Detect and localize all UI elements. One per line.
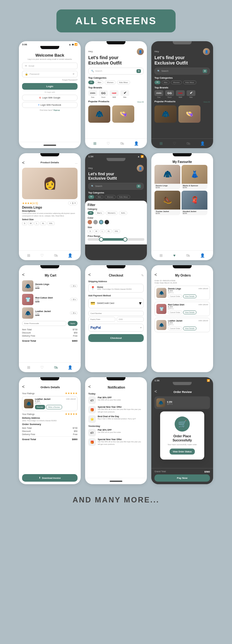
checkout-button[interactable]: Checkout bbox=[88, 334, 144, 342]
product-card-2[interactable]: 👒 bbox=[112, 105, 134, 123]
cvv-input[interactable] bbox=[117, 317, 144, 322]
search-bar-filter[interactable]: 🔍 Search ⚙ bbox=[88, 183, 144, 190]
email-input[interactable]: ✉ Email bbox=[22, 63, 78, 69]
chip-all[interactable]: All bbox=[88, 81, 94, 84]
filter-icon-dark[interactable]: ⚙ bbox=[203, 69, 207, 73]
product-card-1[interactable]: 🧥 bbox=[88, 105, 110, 123]
home-nav-icon[interactable]: ⊞ bbox=[93, 141, 96, 146]
plus-2[interactable]: + bbox=[75, 299, 76, 300]
expiry-input[interactable] bbox=[88, 317, 115, 322]
minus-2[interactable]: − bbox=[72, 299, 73, 300]
review-back[interactable]: < bbox=[154, 389, 157, 394]
apply-button[interactable]: Apply bbox=[68, 321, 78, 326]
chip-men-dark[interactable]: Men bbox=[162, 81, 170, 84]
price-range-slider[interactable] bbox=[88, 238, 144, 241]
home-nav-icon[interactable]: ⊞ bbox=[27, 253, 30, 258]
od-back[interactable]: < bbox=[22, 384, 25, 389]
view-details-2[interactable]: View Details bbox=[183, 311, 196, 314]
size-m[interactable]: M bbox=[28, 221, 33, 225]
filter-chip-womens[interactable]: Women's bbox=[106, 211, 118, 215]
size-m-f[interactable]: M bbox=[94, 229, 99, 233]
size-xxl[interactable]: XXL bbox=[47, 221, 55, 225]
home-nav[interactable]: ⊞ bbox=[27, 365, 30, 370]
back-button[interactable]: < bbox=[22, 160, 25, 165]
plus-1[interactable]: + bbox=[75, 285, 76, 287]
profile-nav[interactable]: 👤 bbox=[68, 365, 72, 370]
qty-ctrl-3[interactable]: − 3 + bbox=[70, 311, 78, 315]
size-s-f[interactable]: S bbox=[88, 229, 93, 233]
login-button[interactable]: Login bbox=[22, 83, 78, 90]
qty-ctrl-1[interactable]: − 3 + bbox=[70, 284, 78, 288]
color-blue[interactable] bbox=[99, 220, 103, 224]
coupon-input[interactable] bbox=[22, 321, 67, 326]
minus-1[interactable]: − bbox=[72, 285, 73, 287]
size-xxl-f[interactable]: XXL bbox=[113, 229, 120, 233]
search-bar-dark[interactable]: 🔍 Search ⚙ bbox=[154, 68, 210, 75]
password-input[interactable]: 🔒 Password 👁 bbox=[22, 71, 78, 77]
filter-icon[interactable]: ⚙ bbox=[136, 69, 141, 73]
forgot-password-link[interactable]: Forgot Password? bbox=[22, 79, 78, 81]
cart-nav[interactable]: 🛍 bbox=[54, 365, 58, 370]
view-details-3[interactable]: View Details bbox=[183, 327, 196, 330]
size-l[interactable]: L bbox=[34, 221, 39, 225]
more-icon[interactable]: ··· bbox=[75, 162, 78, 165]
color-brown[interactable] bbox=[88, 220, 92, 224]
size-l-f[interactable]: L bbox=[100, 229, 105, 233]
notif-back[interactable]: < bbox=[88, 384, 91, 389]
cancel-order-3[interactable]: Cancel Order bbox=[168, 327, 182, 330]
home-nav[interactable]: ⊞ bbox=[160, 253, 163, 258]
chip-women[interactable]: Women bbox=[105, 81, 116, 84]
filter-chip-kids[interactable]: Kid's bbox=[119, 211, 127, 215]
cart-back[interactable]: < bbox=[22, 272, 25, 277]
home-nav-icon-dark[interactable]: ⊞ bbox=[160, 141, 163, 146]
minus-icon[interactable]: − bbox=[70, 202, 71, 204]
product-card-dark-1[interactable]: 🧥 bbox=[154, 105, 177, 123]
plus-icon[interactable]: + bbox=[74, 202, 76, 204]
cancel-order-1[interactable]: Cancel Order bbox=[168, 294, 182, 298]
heart-nav-icon[interactable]: ♡ bbox=[40, 253, 44, 258]
card-payment[interactable]: 💳 Debit/Credit Card ▾ bbox=[88, 298, 144, 308]
chip-men[interactable]: Men bbox=[96, 81, 104, 84]
cancel-order-2[interactable]: Cancel Order bbox=[168, 311, 182, 314]
view-details-1[interactable]: View Details bbox=[183, 294, 196, 298]
heart-nav[interactable]: ♥ bbox=[173, 253, 175, 258]
fav-item-2[interactable]: 👗 Marks & Spencer $250 bbox=[182, 165, 207, 189]
size-xl[interactable]: XL bbox=[40, 221, 46, 225]
cart-nav[interactable]: 🛍 bbox=[186, 253, 190, 258]
cart-nav-icon-dark[interactable]: 🛍 bbox=[186, 141, 190, 146]
view-all-link[interactable]: View All bbox=[137, 101, 144, 103]
search-bar[interactable]: 🔍 Search ⚙ bbox=[88, 68, 144, 75]
filter-chip-all[interactable]: All bbox=[88, 211, 94, 215]
chip-kids-dark[interactable]: Kids Wear bbox=[183, 81, 196, 84]
heart-nav-icon[interactable]: ♡ bbox=[107, 141, 110, 146]
profile-nav[interactable]: 👤 bbox=[200, 253, 205, 258]
filter-chip-mens[interactable]: Men's bbox=[95, 211, 104, 215]
plus-3[interactable]: + bbox=[75, 312, 76, 314]
chip-women-f[interactable]: Women bbox=[105, 195, 116, 199]
edit-icon[interactable]: ✎ bbox=[141, 274, 144, 277]
orders-back[interactable]: < bbox=[154, 272, 157, 277]
chip-men-f[interactable]: Men bbox=[96, 195, 104, 199]
size-xl-f[interactable]: XL bbox=[106, 229, 112, 233]
view-order-button[interactable]: View Order Status bbox=[170, 449, 195, 455]
heart-nav[interactable]: ♡ bbox=[40, 365, 44, 370]
filter-icon-filter[interactable]: ⚙ bbox=[136, 184, 141, 188]
download-invoice-button[interactable]: ⬇ Download Invoice bbox=[22, 474, 78, 482]
cart-nav-icon[interactable]: 🛍 bbox=[54, 253, 58, 258]
card-number-input[interactable] bbox=[88, 311, 144, 316]
checkout-back[interactable]: < bbox=[88, 272, 91, 277]
pay-now-button[interactable]: Pay Now bbox=[154, 474, 210, 482]
chip-kids[interactable]: Kids Wear bbox=[117, 81, 130, 84]
profile-nav-icon[interactable]: 👤 bbox=[134, 141, 139, 146]
fav-item-4[interactable]: 🧣 Hooded Jacket $250 bbox=[182, 191, 207, 215]
facebook-login-button[interactable]: f Login With Facebook bbox=[22, 102, 78, 108]
cart-nav-icon[interactable]: 🛍 bbox=[120, 141, 124, 146]
chip-all-dark[interactable]: All bbox=[154, 81, 160, 84]
fav-item-1[interactable]: 🧥 Dennis Lingo $250 bbox=[154, 165, 180, 189]
signup-action[interactable]: Signup bbox=[54, 109, 60, 111]
google-login-button[interactable]: G Login With Google bbox=[22, 95, 78, 101]
product-card-dark-2[interactable]: 👒 bbox=[178, 105, 200, 123]
paypal-row[interactable]: PayPal ▾ bbox=[88, 324, 144, 332]
profile-nav-icon-dark[interactable]: 👤 bbox=[200, 141, 205, 146]
quantity-stepper[interactable]: − 1 + bbox=[68, 201, 78, 205]
